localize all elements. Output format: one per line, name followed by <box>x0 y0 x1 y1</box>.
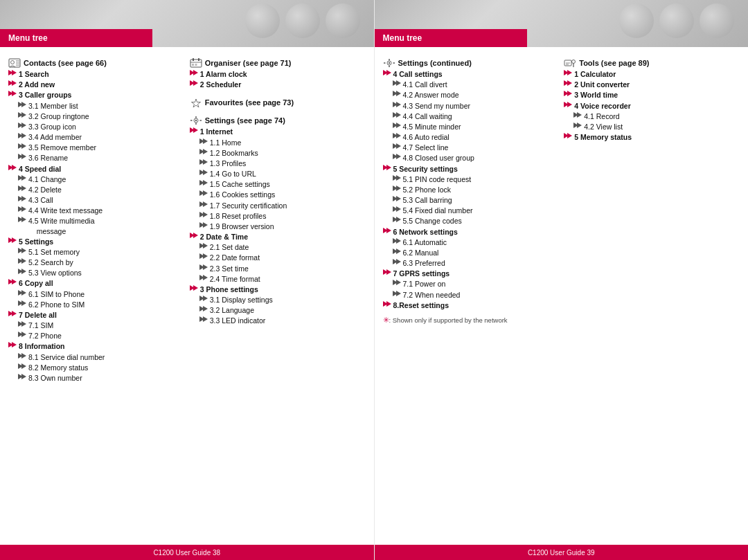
item-label: 3.2 Language <box>210 305 254 315</box>
svg-rect-65 <box>198 58 199 61</box>
arrow-icon <box>393 123 401 128</box>
arrow-icon <box>393 249 401 254</box>
menu-tree-title-right: Menu tree <box>383 33 422 43</box>
svg-marker-102 <box>203 243 208 249</box>
settings-cont-title: Settings (continued) <box>398 59 472 67</box>
arrow-icon <box>199 190 208 196</box>
list-item: 7.1 Power on <box>383 279 559 289</box>
svg-marker-136 <box>396 133 401 138</box>
list-item: 3 World time <box>564 90 740 100</box>
item-label: 4.2 Answer mode <box>403 90 459 100</box>
list-item: 6.1 Automatic <box>383 237 559 247</box>
arrow-icon <box>199 253 208 259</box>
svg-marker-94 <box>203 201 208 207</box>
arrow-icon <box>18 112 26 118</box>
svg-marker-185 <box>577 123 582 128</box>
item-label: 5.3 Call barring <box>403 195 452 205</box>
list-item: 5.2 Phone lock <box>383 185 559 195</box>
item-label: 8.Reset settings <box>393 300 449 310</box>
item-label: 2.2 Date format <box>210 253 260 262</box>
svg-marker-82 <box>203 138 208 144</box>
svg-marker-179 <box>567 91 572 96</box>
item-label: 5 Security settings <box>393 164 458 174</box>
item-label: 7.2 When needed <box>403 290 461 300</box>
svg-point-74 <box>195 120 197 121</box>
arrow-icon <box>18 353 26 359</box>
svg-marker-48 <box>21 300 26 306</box>
list-item: 8.Reset settings <box>383 300 559 310</box>
svg-marker-183 <box>577 112 582 118</box>
svg-marker-58 <box>21 353 26 359</box>
page-left-header: Menu tree <box>0 0 374 47</box>
arrow-icon <box>18 363 26 369</box>
svg-marker-146 <box>396 186 401 191</box>
item-label: 6 Network settings <box>393 227 458 237</box>
list-item: 5.1 Set memory <box>8 247 184 257</box>
contacts-column: Contacts (see page 66) 1 Search 2 Add ne… <box>6 54 187 524</box>
arrow-icon <box>393 206 401 212</box>
svg-rect-68 <box>195 64 197 66</box>
svg-marker-98 <box>203 222 208 228</box>
page-left-content: Contacts (see page 66) 1 Search 2 Add ne… <box>0 47 374 545</box>
list-item: 4.3 Send my number <box>383 101 559 111</box>
svg-marker-177 <box>567 80 572 86</box>
arrow-icon <box>393 112 401 118</box>
svg-marker-181 <box>567 102 572 107</box>
organiser-title: Organiser (see page 71) <box>205 59 292 67</box>
arrow-icon <box>8 237 17 243</box>
list-item: 1.8 Reset profiles <box>190 211 366 221</box>
list-item: 8.1 Service dial number <box>8 352 184 362</box>
list-item: 6.2 Manual <box>383 248 559 258</box>
settings-section-header: Settings (see page 74) <box>190 116 366 125</box>
arrow-icon <box>18 154 26 159</box>
item-label: 4.4 Write text message <box>28 206 103 215</box>
svg-marker-40 <box>21 258 26 264</box>
list-item: 3.3 LED indicator <box>190 316 366 325</box>
arrow-icon <box>393 102 401 107</box>
item-label: 4 Speed dial <box>19 164 61 174</box>
arrow-icon <box>393 133 401 138</box>
arrow-icon <box>18 374 26 379</box>
list-item: 5 Settings <box>8 237 184 246</box>
item-label: 2 Scheduler <box>200 80 242 89</box>
arrow-icon <box>393 143 401 149</box>
list-item: 8.3 Own number <box>8 373 184 383</box>
header-decoration-right <box>619 3 734 38</box>
svg-marker-56 <box>12 342 17 347</box>
svg-marker-150 <box>396 206 401 212</box>
arrow-icon <box>383 269 391 275</box>
arrow-icon <box>393 238 401 244</box>
tools-section-header: Tools (see page 89) <box>564 58 740 68</box>
item-label: 3.5 Remove member <box>28 143 96 152</box>
arrow-icon <box>199 180 208 186</box>
item-label: 3.1 Member list <box>28 101 78 111</box>
list-item: 1.2 Bookmarks <box>190 148 366 158</box>
list-item: 7 Delete all <box>8 310 184 320</box>
list-item: 5.4 Fixed dial number <box>383 206 559 215</box>
favourites-section-header: Favourites (see page 73) <box>190 98 366 107</box>
svg-marker-132 <box>396 112 401 118</box>
svg-marker-156 <box>396 238 401 244</box>
svg-marker-168 <box>386 301 391 307</box>
item-label: 5.3 View options <box>28 268 82 278</box>
arrow-icon <box>199 306 208 311</box>
list-item: 5.3 Call barring <box>383 195 559 205</box>
arrow-icon <box>393 291 401 296</box>
svg-marker-160 <box>396 259 401 264</box>
arrow-icon <box>18 175 26 181</box>
deco-circle-3 <box>326 3 360 38</box>
item-label: 5.2 Search by <box>28 258 73 267</box>
list-item: 4 Speed dial <box>8 164 184 174</box>
svg-marker-130 <box>396 102 401 107</box>
item-label: 2.3 Set time <box>210 264 249 273</box>
item-label: 1.6 Cookies settings <box>210 190 276 199</box>
item-label: 3 Caller groups <box>19 90 71 100</box>
item-label: 3.6 Rename <box>28 153 68 163</box>
list-item: 1 Search <box>8 69 184 79</box>
list-item: 4.3 Call <box>8 195 184 205</box>
list-item: 7.1 SIM <box>8 320 184 330</box>
svg-marker-124 <box>386 70 391 75</box>
arrow-icon <box>564 102 572 107</box>
item-label: 6.2 Manual <box>403 248 439 258</box>
list-item: 4.5 Minute minder <box>383 122 559 132</box>
